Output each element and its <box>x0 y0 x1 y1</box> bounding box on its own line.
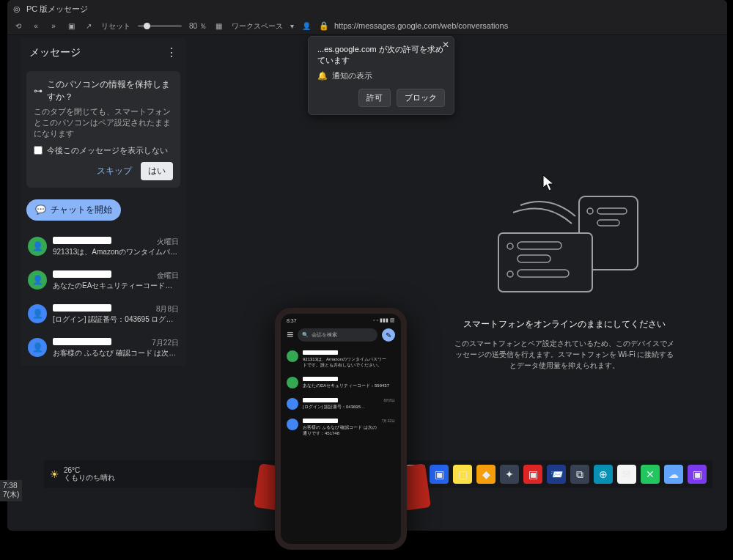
reset-label[interactable]: リセット <box>101 21 130 32</box>
taskbar-tray: ● ◐ ▣ ▢ ◆ ✦ ▣ 📨 ⧉ ⊕ ✉ ✕ ☁ ▣ <box>383 465 707 484</box>
address-bar[interactable]: 🔒 https://messages.google.com/web/conver… <box>319 21 508 31</box>
avatar: 👤 <box>28 304 47 323</box>
lock-icon: 🔒 <box>319 21 329 30</box>
permission-popup: ✕ ...es.google.com が次の許可を求めています 🔔 通知の表示 … <box>308 36 454 115</box>
phone-time: 8:37 <box>287 318 297 323</box>
conversation-row[interactable]: 👤 7月22日 お客様の ふるなび 確認コード は次… <box>21 332 186 366</box>
keep-paired-card: ⊶ このパソコンの情報を保持しますか？ このタブを閉じても、スマートフォンとこの… <box>26 71 180 188</box>
sender-name-redacted <box>303 350 338 355</box>
svg-rect-2 <box>597 208 627 214</box>
conversation-preview: あなたのEAセキュリティーコード：599437 <box>303 383 391 389</box>
bell-icon: 🔔 <box>317 71 328 81</box>
allow-button[interactable]: 許可 <box>358 89 391 107</box>
sender-name-redacted <box>53 237 111 244</box>
permission-title: ...es.google.com が次の許可を求めています <box>317 44 445 66</box>
conversation-date: 7月22日 <box>382 419 395 423</box>
yes-button[interactable]: はい <box>141 162 173 180</box>
app-icon: ◎ <box>13 4 21 14</box>
phone-conversation-row[interactable]: お客様の ふるなび 確認コード は次の通りです：451748 7月22日 <box>281 414 401 441</box>
task-icon[interactable]: ▣ <box>430 465 449 484</box>
phone-status-icons: ◦ ◦ ▮▮▮ ▥ <box>373 317 395 323</box>
physical-phone: 8:37 ◦ ◦ ▮▮▮ ▥ ≡ 🔍 会話を検索 ✎ 921313は、Amazo… <box>275 308 407 550</box>
browser-tab-bar: ◎ PC 版メッセージ <box>7 0 727 18</box>
task-icon[interactable]: ◆ <box>476 465 496 484</box>
dont-show-checkbox[interactable]: 今後このメッセージを表示しない <box>34 145 173 156</box>
phone-conversation-row[interactable]: 921313は、Amazonのワンタイムパスワードです。誰とも共有しないでくださ… <box>281 346 401 372</box>
start-chat-button[interactable]: 💬 チャットを開始 <box>26 199 121 221</box>
phone-conversation-row[interactable]: [ログイン] 認証番号：043695… 8月8日 <box>281 394 401 415</box>
conversation-row[interactable]: 👤 火曜日 921313は、Amazonのワンタイムパ… <box>21 231 186 265</box>
conversation-date: 金曜日 <box>157 270 179 281</box>
avatar <box>287 377 298 388</box>
chat-icon: 💬 <box>35 205 46 215</box>
module-icon[interactable]: ▦ <box>214 21 224 32</box>
pairing-illustration <box>469 191 660 301</box>
conversation-date: 8月8日 <box>383 398 395 402</box>
task-icon[interactable]: ☁ <box>664 465 683 484</box>
tab-title: PC 版メッセージ <box>26 4 88 15</box>
avatar: 👤 <box>28 270 47 290</box>
task-icon[interactable]: ▣ <box>523 465 542 484</box>
block-button[interactable]: ブロック <box>397 89 445 107</box>
task-icon[interactable]: ▣ <box>688 465 707 484</box>
conversation-date: 火曜日 <box>157 237 179 247</box>
task-icon[interactable]: ⊕ <box>594 465 613 484</box>
task-icon[interactable]: 📨 <box>547 465 566 484</box>
conversation-preview: [ログイン] 認証番号：043695 ログイ… <box>53 314 179 325</box>
conversation-preview: お客様の ふるなび 確認コード は次… <box>53 348 179 358</box>
tool-icon[interactable]: ⟲ <box>13 21 23 32</box>
conversation-preview: あなたのEAセキュリティーコード：5… <box>53 281 179 291</box>
task-icon[interactable]: ✉ <box>617 465 636 484</box>
sender-name-redacted <box>53 270 111 278</box>
key-icon: ⊶ <box>34 86 43 96</box>
avatar: 👤 <box>28 338 47 357</box>
phone-search-input[interactable]: 🔍 会話を検索 <box>298 328 377 342</box>
avatar <box>287 398 298 410</box>
user-icon[interactable]: 👤 <box>301 21 312 32</box>
more-icon[interactable]: ⋮ <box>166 45 177 59</box>
weather-icon: ☀ <box>50 468 59 480</box>
task-icon[interactable]: ✦ <box>500 465 519 484</box>
mouse-cursor-icon <box>542 174 556 192</box>
sidebar-header: メッセージ <box>29 46 81 59</box>
conversation-preview: 921313は、Amazonのワンタイムパスワードです。誰とも共有しないでくださ… <box>303 357 391 368</box>
conversation-preview: 921313は、Amazonのワンタイムパ… <box>53 247 179 257</box>
svg-point-1 <box>587 208 593 214</box>
search-icon: 🔍 <box>302 332 309 338</box>
workspace-label[interactable]: ワークスペース <box>232 21 283 32</box>
permission-line: 通知の表示 <box>332 70 372 81</box>
close-icon[interactable]: ✕ <box>442 40 449 50</box>
avatar <box>287 350 298 362</box>
menu-icon[interactable]: ≡ <box>287 328 293 342</box>
conversation-date: 8月8日 <box>156 304 179 314</box>
sidebar: メッセージ ⋮ ⊶ このパソコンの情報を保持しますか？ このタブを閉じても、スマ… <box>21 38 186 366</box>
taskbar-weather: くもりのち晴れ <box>64 474 115 482</box>
tool-icon[interactable]: ▣ <box>66 21 76 32</box>
conversation-row[interactable]: 👤 8月8日 [ログイン] 認証番号：043695 ログイ… <box>21 298 186 332</box>
task-icon[interactable]: ▢ <box>453 465 472 484</box>
avatar: 👤 <box>28 237 47 256</box>
sender-name-redacted <box>303 398 338 402</box>
empty-desc: このスマートフォンとペア設定されているため、このデバイスでメッセージの送受信を行… <box>454 338 674 371</box>
phone-conversation-row[interactable]: あなたのEAセキュリティーコード：599437 <box>281 372 401 394</box>
sender-name-redacted <box>53 304 111 312</box>
conversation-preview: [ログイン] 認証番号：043695… <box>303 405 379 410</box>
task-icon[interactable]: ✕ <box>641 465 660 484</box>
tool-icon[interactable]: » <box>48 21 59 32</box>
sender-name-redacted <box>303 377 338 381</box>
sender-name-redacted <box>303 419 338 423</box>
tool-icon[interactable]: ↗ <box>84 21 94 32</box>
zoom-percent: 80 ％ <box>189 21 207 32</box>
conversation-date: 7月22日 <box>152 338 179 348</box>
compose-button[interactable]: ✎ <box>382 328 395 342</box>
task-icon[interactable]: ⧉ <box>570 465 589 484</box>
avatar <box>287 419 298 430</box>
skip-button[interactable]: スキップ <box>94 162 135 180</box>
tool-icon[interactable]: « <box>31 21 41 32</box>
conversation-row[interactable]: 👤 金曜日 あなたのEAセキュリティーコード：5… <box>21 265 186 298</box>
dock-time: 7:38 7(木) <box>0 480 22 501</box>
sender-name-redacted <box>53 338 111 345</box>
browser-toolbar: ⟲ « » ▣ ↗ リセット 80 ％ ▦ ワークスペース ▾ 👤 🔒 http… <box>7 18 727 35</box>
conversation-preview: お客様の ふるなび 確認コード は次の通りです：451748 <box>303 425 377 436</box>
svg-rect-3 <box>597 220 619 226</box>
